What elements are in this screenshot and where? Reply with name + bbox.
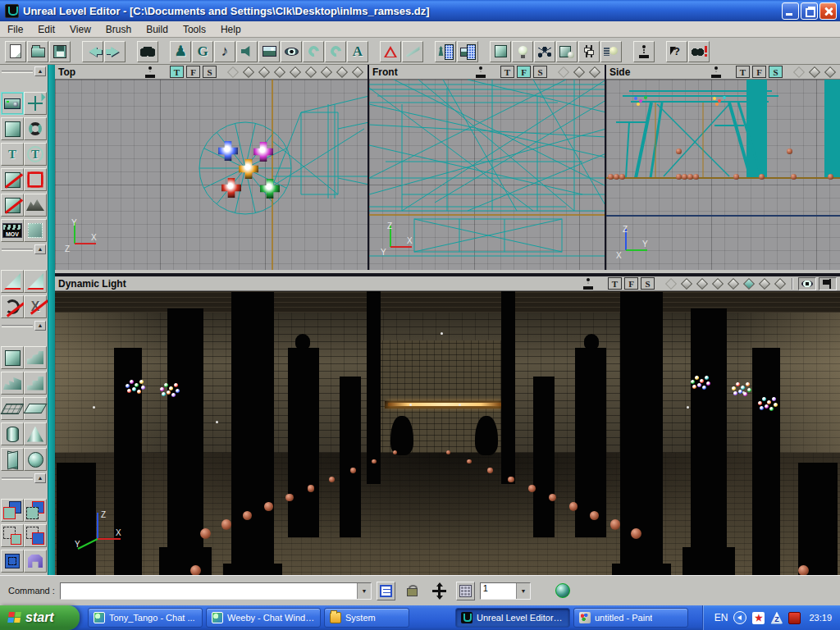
log-window-button[interactable] — [377, 582, 395, 600]
rendermode-cube-icon[interactable] — [351, 66, 364, 78]
rendermode-cube-icon[interactable] — [792, 66, 806, 78]
2d-shape-editor-button[interactable] — [380, 41, 401, 62]
light-actor[interactable] — [765, 404, 769, 409]
rendermode-cube-icon[interactable] — [226, 66, 240, 78]
build-geometry-button[interactable] — [490, 41, 511, 62]
apple-actor[interactable] — [569, 502, 578, 510]
mode-s-button[interactable]: S — [203, 66, 217, 78]
light-actor[interactable] — [718, 99, 721, 103]
brush-sheet-button[interactable] — [24, 397, 47, 420]
apple-actor[interactable] — [828, 174, 833, 180]
rendermode-cube-icon[interactable] — [304, 66, 317, 78]
apple-actor[interactable] — [687, 174, 693, 180]
realtime-preview-eye-button[interactable] — [798, 277, 816, 290]
mode-f-button[interactable]: F — [186, 66, 200, 78]
hide-icons-chevron[interactable] — [733, 611, 746, 624]
rendermode-cube-icon[interactable] — [774, 278, 787, 290]
rendermode-cube-icon[interactable] — [742, 278, 756, 290]
apple-actor[interactable] — [614, 174, 619, 180]
rendermode-cube-icon[interactable] — [320, 66, 333, 78]
taskbar-task-4[interactable]: Unreal Level Editor -... — [455, 608, 570, 628]
brush-curved-stairs-button[interactable] — [24, 346, 47, 369]
brush-sphere-button[interactable] — [24, 448, 47, 471]
apple-actor[interactable] — [733, 174, 739, 180]
light-actor[interactable] — [702, 386, 706, 390]
save-map-button[interactable] — [49, 41, 71, 62]
light-actor[interactable] — [715, 103, 719, 106]
sound-browser-button[interactable] — [236, 41, 258, 62]
help-search-button[interactable] — [688, 41, 710, 62]
rendermode-cube-icon[interactable] — [242, 66, 255, 78]
mesh-browser-button[interactable] — [281, 41, 302, 62]
apple-actor[interactable] — [528, 485, 536, 492]
light-actor[interactable] — [644, 96, 647, 99]
csg-deintersect-button[interactable] — [24, 524, 47, 547]
light-actor[interactable] — [762, 397, 766, 401]
light-actor[interactable] — [774, 403, 778, 407]
tray-camera-icon[interactable] — [788, 612, 801, 624]
light-actor[interactable] — [736, 382, 740, 386]
viewport-front-canvas[interactable]: ZXY — [369, 80, 605, 270]
taskbar-task-2[interactable]: Weeby - Chat Window — [206, 608, 321, 628]
realtime-joystick-icon[interactable] — [711, 66, 722, 78]
light-actor[interactable] — [732, 386, 736, 390]
menu-view[interactable]: View — [62, 22, 98, 37]
build-all-button[interactable] — [556, 41, 578, 62]
command-input[interactable] — [61, 583, 357, 599]
move-crosshair-icon[interactable] — [432, 584, 446, 598]
apple-actor[interactable] — [682, 174, 687, 180]
palette-collapse-button[interactable]: ▲ — [34, 244, 46, 254]
light-actor[interactable] — [130, 380, 134, 384]
mode-t-button[interactable]: T — [170, 66, 184, 78]
apple-actor[interactable] — [350, 468, 356, 473]
redo-button[interactable] — [104, 41, 126, 62]
light-actor[interactable] — [700, 379, 704, 383]
rendermode-cube-icon[interactable] — [258, 66, 271, 78]
brush-clipping-mode-button[interactable] — [24, 219, 47, 242]
mode-f-button[interactable]: F — [624, 277, 638, 290]
viewport-top-canvas[interactable]: YXZ — [55, 80, 368, 270]
taskbar-task-1[interactable]: Tony_Tango - Chat ... — [88, 608, 203, 628]
apple-actor[interactable] — [610, 519, 620, 529]
light-actor[interactable] — [132, 387, 136, 391]
apple-actor[interactable] — [608, 174, 614, 180]
apple-actor[interactable] — [693, 174, 699, 180]
texture-browser-button[interactable] — [258, 41, 280, 62]
mode-s-button[interactable]: S — [769, 66, 783, 78]
realtime-joystick-icon[interactable] — [476, 66, 486, 78]
actor-class-browser-button[interactable]: ♟ — [170, 41, 191, 62]
csg-subtract-button[interactable] — [24, 499, 47, 522]
apple-actor[interactable] — [372, 459, 377, 464]
brush-snap-scale-mode-button[interactable] — [1, 194, 24, 217]
rendermode-cube-icon[interactable] — [696, 278, 709, 290]
light-actor[interactable] — [772, 397, 776, 401]
realtime-joystick-icon[interactable] — [583, 278, 594, 290]
add-special-brush-button[interactable] — [1, 550, 24, 573]
apple-actor[interactable] — [308, 485, 315, 492]
light-actor[interactable] — [171, 393, 176, 397]
light-actor[interactable] — [706, 381, 710, 386]
apple-actor[interactable] — [787, 148, 792, 154]
rendermode-cube-icon[interactable] — [573, 66, 586, 78]
light-actor[interactable] — [160, 387, 164, 391]
menu-brush[interactable]: Brush — [98, 22, 139, 37]
light-actor[interactable] — [162, 392, 166, 396]
brush-volumetric-button[interactable] — [1, 448, 24, 471]
mode-t-button[interactable]: T — [608, 277, 622, 290]
taskbar-task-5[interactable]: untitled - Paint — [573, 608, 688, 628]
rendermode-cube-icon[interactable] — [289, 66, 302, 78]
grid-toggle-button[interactable] — [456, 582, 475, 600]
open-map-button[interactable] — [27, 41, 48, 62]
viewport-perspective-canvas[interactable]: ZXY — [55, 291, 840, 575]
tray-z-icon[interactable]: Z — [770, 612, 783, 624]
add-mover-brush-button[interactable] — [24, 550, 47, 573]
palette-collapse-button[interactable]: ▲ — [34, 473, 46, 483]
rendermode-cube-icon[interactable] — [588, 66, 601, 78]
language-indicator[interactable]: EN — [714, 612, 728, 623]
rendermode-cube-icon[interactable] — [680, 278, 693, 290]
light-actor[interactable] — [769, 407, 774, 411]
mode-t-button[interactable]: T — [736, 66, 750, 78]
apple-actor[interactable] — [446, 450, 450, 454]
build-lighting-button[interactable] — [512, 41, 533, 62]
light-actor[interactable] — [760, 406, 764, 410]
